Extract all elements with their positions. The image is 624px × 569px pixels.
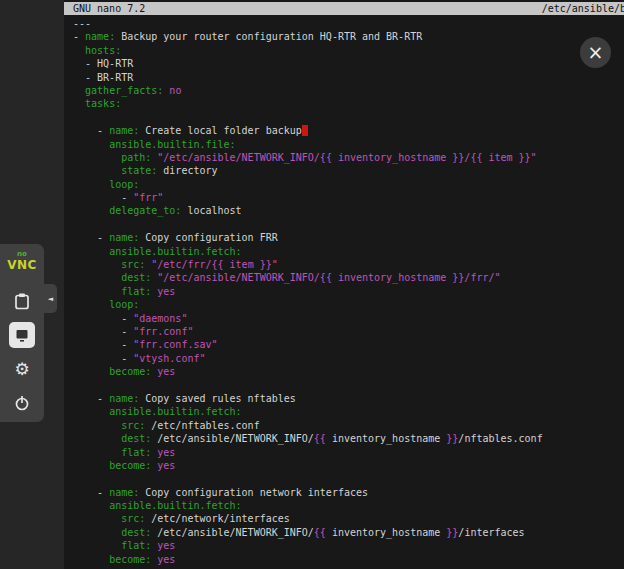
code-token — [73, 179, 109, 190]
file-path: /etc/ansible/b — [542, 2, 624, 15]
code-token — [73, 447, 121, 458]
code-token: /etc/ansible/NETWORK_INFO/ — [151, 433, 314, 444]
code-line: src: /etc/nftables.conf — [73, 419, 624, 432]
code-token: - — [73, 125, 109, 136]
code-token: loop: — [109, 299, 139, 310]
code-line: loop: — [73, 298, 624, 311]
code-line: ansible.builtin.fetch: — [73, 499, 624, 512]
code-line: src: /etc/network/interfaces — [73, 512, 624, 525]
fullscreen-icon[interactable] — [9, 322, 35, 348]
code-token — [73, 286, 121, 297]
code-line: state: directory — [73, 164, 624, 177]
code-token: loop: — [109, 179, 139, 190]
code-token: "/etc/ansible/NETWORK_INFO/{{ inventory_… — [157, 152, 536, 163]
code-token: "/etc/ansible/NETWORK_INFO/{{ inventory_… — [157, 272, 500, 283]
code-token: - — [73, 487, 109, 498]
code-token: Copy configuration FRR — [139, 232, 277, 243]
code-token: }} — [446, 433, 458, 444]
code-token: /etc/network/interfaces — [145, 513, 290, 524]
terminal-window[interactable]: GNU nano 7.2 /etc/ansible/b ---- name: B… — [64, 0, 624, 569]
code-token: dest: — [121, 272, 151, 283]
code-token: - — [73, 326, 133, 337]
code-token — [73, 259, 121, 270]
code-token — [73, 98, 85, 109]
code-line: - name: Copy saved rules nftables — [73, 392, 624, 405]
vnc-sidebar: no VNC ⚙ ◄ — [0, 0, 64, 569]
code-token: /etc/ansible/NETWORK_INFO/ — [151, 527, 314, 538]
code-token: delegate_to: — [109, 205, 181, 216]
control-bar-handle[interactable]: ◄ — [44, 284, 57, 313]
close-button[interactable]: × — [580, 37, 611, 68]
code-token: ansible.builtin.file: — [109, 139, 235, 150]
code-token — [73, 366, 109, 377]
code-token: yes — [157, 460, 175, 471]
code-token: tasks: — [85, 98, 121, 109]
code-token — [73, 246, 109, 257]
code-token: src: — [121, 513, 145, 524]
code-line: tasks: — [73, 97, 624, 110]
code-token — [73, 527, 121, 538]
code-line: flat: yes — [73, 446, 624, 459]
code-line: - name: Copy configuration network inter… — [73, 486, 624, 499]
code-token — [73, 205, 109, 216]
code-token — [73, 299, 109, 310]
code-line: ansible.builtin.fetch: — [73, 405, 624, 418]
code-token: /interfaces — [458, 527, 524, 538]
code-line — [73, 472, 624, 485]
code-token: src: — [121, 259, 145, 270]
code-token: inventory_hostname — [326, 527, 446, 538]
code-token: - — [73, 353, 133, 364]
code-token: flat: — [121, 286, 151, 297]
code-line: flat: yes — [73, 285, 624, 298]
clipboard-icon-svg — [12, 291, 32, 311]
code-token — [73, 406, 109, 417]
vnc-logo-text: VNC — [7, 259, 37, 272]
clipboard-icon[interactable] — [9, 288, 35, 314]
code-token: Copy saved rules nftables — [139, 393, 296, 404]
code-token — [73, 513, 121, 524]
code-token: become: — [109, 460, 151, 471]
nano-version: GNU nano 7.2 — [64, 3, 145, 14]
code-token — [73, 272, 121, 283]
code-token — [73, 139, 109, 150]
code-token — [73, 460, 109, 471]
code-token: state: — [121, 165, 157, 176]
code-line: path: "/etc/ansible/NETWORK_INFO/{{ inve… — [73, 151, 624, 164]
code-token: flat: — [121, 540, 151, 551]
code-token: name: — [109, 125, 139, 136]
fullscreen-icon-svg — [12, 325, 32, 345]
code-token: Backup your router configuration HQ-RTR … — [115, 31, 422, 42]
code-token: name: — [109, 487, 139, 498]
code-token: --- — [73, 18, 91, 29]
code-token: path: — [121, 152, 151, 163]
code-token: ansible.builtin.fetch: — [109, 406, 241, 417]
code-line — [73, 111, 624, 124]
vnc-logo: no VNC — [7, 250, 37, 280]
code-token: - — [73, 339, 133, 350]
power-icon[interactable] — [9, 390, 35, 416]
code-token: - — [73, 192, 133, 203]
code-token: }} — [446, 527, 458, 538]
editor-lines[interactable]: ---- name: Backup your router configurat… — [64, 15, 624, 566]
code-line — [73, 218, 624, 231]
code-token: "frr" — [133, 192, 163, 203]
code-line: ansible.builtin.file: — [73, 138, 624, 151]
settings-gear-icon[interactable]: ⚙ — [9, 356, 35, 382]
code-token — [73, 554, 109, 565]
code-line: ansible.builtin.fetch: — [73, 245, 624, 258]
code-token: yes — [157, 554, 175, 565]
code-token: inventory_hostname — [326, 433, 446, 444]
code-token — [73, 85, 85, 96]
code-line: dest: "/etc/ansible/NETWORK_INFO/{{ inve… — [73, 271, 624, 284]
vnc-control-panel: no VNC ⚙ ◄ — [0, 244, 44, 422]
collapse-arrow-icon: ◄ — [48, 295, 53, 303]
code-token: become: — [109, 366, 151, 377]
code-line: - "frr" — [73, 191, 624, 204]
code-token: - — [73, 232, 109, 243]
code-token: /nftables.conf — [458, 433, 542, 444]
text-cursor — [302, 125, 308, 136]
code-token: name: — [85, 31, 115, 42]
code-line: - "vtysh.conf" — [73, 352, 624, 365]
code-token: name: — [109, 393, 139, 404]
code-line: - name: Backup your router configuration… — [73, 30, 624, 43]
